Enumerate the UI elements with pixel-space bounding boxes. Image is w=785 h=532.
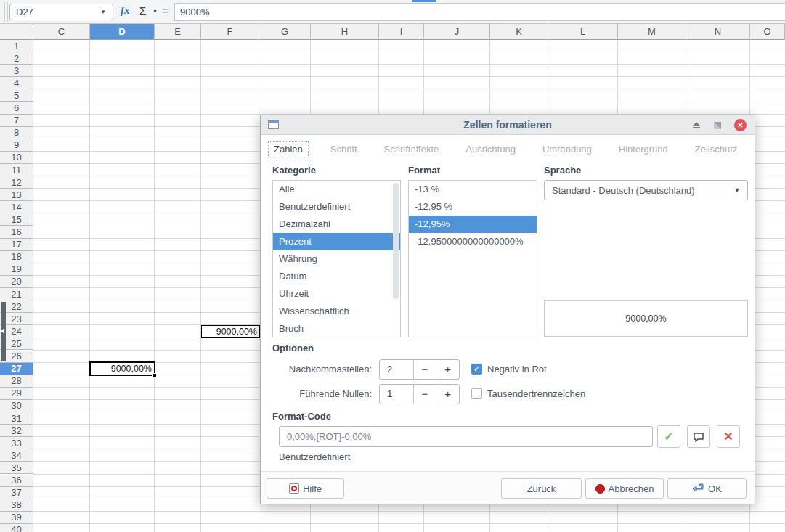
row-header-5[interactable]: 5 (0, 89, 33, 102)
leading-zeros-value[interactable]: 1 (380, 385, 413, 404)
decimal-places-minus-button[interactable]: − (413, 360, 436, 379)
row-header-7[interactable]: 7 (0, 115, 33, 127)
function-wizard-icon[interactable]: fx (121, 4, 130, 17)
back-button[interactable]: Zurück (501, 478, 582, 499)
vertical-split-handle[interactable] (1, 302, 6, 361)
thousands-separator-label[interactable]: Tausendertrennzeichen (487, 388, 585, 400)
category-item-währung[interactable]: Währung (273, 250, 400, 268)
row-header-13[interactable]: 13 (0, 189, 33, 201)
leading-zeros-minus-button[interactable]: − (413, 385, 436, 404)
ok-button[interactable]: OK (667, 478, 747, 499)
row-header-12[interactable]: 12 (0, 176, 33, 189)
category-item-datum[interactable]: Datum (273, 268, 400, 285)
category-item-bruch[interactable]: Bruch (273, 320, 400, 337)
category-item-uhrzeit[interactable]: Uhrzeit (273, 285, 400, 303)
column-header-f[interactable]: F (201, 24, 259, 40)
format-item[interactable]: -12,95% (409, 216, 537, 233)
negative-red-label[interactable]: Negativ in Rot (487, 364, 547, 375)
row-header-29[interactable]: 29 (0, 388, 33, 400)
column-header-n[interactable]: N (686, 24, 750, 40)
row-header-9[interactable]: 9 (0, 139, 33, 152)
row-header-15[interactable]: 15 (0, 213, 33, 226)
row-header-40[interactable]: 40 (0, 524, 33, 532)
thousands-separator-checkbox[interactable] (471, 388, 482, 399)
row-header-10[interactable]: 10 (0, 152, 33, 164)
equals-icon[interactable]: = (163, 4, 169, 17)
row-header-11[interactable]: 11 (0, 164, 33, 176)
row-header-14[interactable]: 14 (0, 201, 33, 213)
format-item[interactable]: -12,9500000000000000% (409, 233, 537, 250)
column-header-c[interactable]: C (33, 24, 90, 40)
restore-icon[interactable] (714, 122, 721, 129)
decimal-places-plus-button[interactable]: + (436, 360, 459, 379)
formula-input[interactable]: 9000% (174, 3, 785, 21)
row-header-16[interactable]: 16 (0, 226, 33, 239)
row-header-21[interactable]: 21 (0, 288, 33, 300)
comment-icon[interactable] (687, 425, 710, 448)
column-header-e[interactable]: E (155, 24, 201, 40)
column-header-g[interactable]: G (259, 24, 311, 40)
dialog-titlebar[interactable]: Zellen formatieren ✕ (261, 115, 755, 135)
negative-red-checkbox[interactable]: ✓ (471, 364, 482, 375)
format-code-input[interactable]: 0,00%;[ROT]-0,00% (279, 426, 653, 447)
category-item-prozent[interactable]: Prozent (273, 233, 400, 250)
column-header-k[interactable]: K (490, 24, 548, 40)
shade-icon[interactable] (692, 122, 701, 129)
tab-ausrichtung[interactable]: Ausrichtung (460, 142, 521, 157)
column-header-d[interactable]: D (90, 24, 155, 40)
column-header-j[interactable]: J (424, 24, 490, 40)
row-header-8[interactable]: 8 (0, 127, 33, 139)
format-item[interactable]: -12,95 % (409, 198, 537, 216)
name-box[interactable]: D27 ▼ (9, 4, 113, 20)
column-header-i[interactable]: I (379, 24, 424, 40)
row-header-36[interactable]: 36 (0, 475, 33, 487)
row-header-6[interactable]: 6 (0, 102, 33, 115)
cancel-button[interactable]: Abbrechen (585, 478, 664, 499)
category-item-alle[interactable]: Alle (273, 181, 400, 198)
decimal-places-value[interactable]: 2 (380, 360, 413, 379)
category-item-benutzerdefiniert[interactable]: Benutzerdefiniert (273, 198, 400, 216)
row-header-28[interactable]: 28 (0, 375, 33, 388)
cell-d27-selected[interactable]: 9000,00% (89, 361, 155, 376)
row-header-39[interactable]: 39 (0, 512, 33, 524)
tab-umrandung[interactable]: Umrandung (537, 142, 597, 157)
row-header-35[interactable]: 35 (0, 462, 33, 474)
sum-icon[interactable]: Σ (139, 4, 146, 17)
row-header-2[interactable]: 2 (0, 52, 33, 65)
leading-zeros-plus-button[interactable]: + (436, 385, 459, 404)
category-item-dezimalzahl[interactable]: Dezimalzahl (273, 216, 400, 233)
row-header-20[interactable]: 20 (0, 276, 33, 288)
column-header-l[interactable]: L (548, 24, 618, 40)
apply-check-icon[interactable]: ✓ (657, 425, 680, 448)
tab-schrift[interactable]: Schrift (325, 142, 362, 157)
language-dropdown[interactable]: Standard - Deutsch (Deutschland) ▼ (544, 180, 748, 200)
name-box-dropdown-icon[interactable]: ▼ (94, 9, 113, 15)
column-header-h[interactable]: H (311, 24, 379, 40)
row-header-33[interactable]: 33 (0, 437, 33, 449)
row-header-3[interactable]: 3 (0, 65, 33, 77)
row-header-1[interactable]: 1 (0, 40, 33, 52)
close-icon[interactable]: ✕ (734, 119, 747, 131)
sum-dropdown-icon[interactable]: ▼ (152, 9, 158, 14)
row-header-19[interactable]: 19 (0, 263, 33, 276)
row-header-17[interactable]: 17 (0, 239, 33, 251)
row-header-30[interactable]: 30 (0, 400, 33, 412)
cell-f24[interactable]: 9000,00% (201, 325, 260, 338)
row-header-31[interactable]: 31 (0, 412, 33, 425)
row-header-37[interactable]: 37 (0, 487, 33, 499)
help-button[interactable]: Hilfe (267, 478, 344, 499)
row-header-18[interactable]: 18 (0, 251, 33, 263)
row-header-32[interactable]: 32 (0, 425, 33, 437)
select-all-corner[interactable] (0, 24, 33, 40)
category-list-scrollbar[interactable] (393, 183, 399, 299)
tab-zahlen[interactable]: Zahlen (268, 141, 309, 157)
format-item[interactable]: -13 % (409, 181, 537, 198)
tab-zellschutz[interactable]: Zellschutz (690, 142, 743, 157)
row-header-34[interactable]: 34 (0, 449, 33, 462)
category-item-wissenschaftlich[interactable]: Wissenschaftlich (273, 303, 400, 320)
name-box-value[interactable]: D27 (10, 7, 94, 17)
tab-schrifteffekte[interactable]: Schrifteffekte (379, 142, 444, 157)
row-header-4[interactable]: 4 (0, 77, 33, 89)
column-header-o[interactable]: O (750, 24, 785, 40)
row-header-27[interactable]: 27 (0, 363, 33, 375)
